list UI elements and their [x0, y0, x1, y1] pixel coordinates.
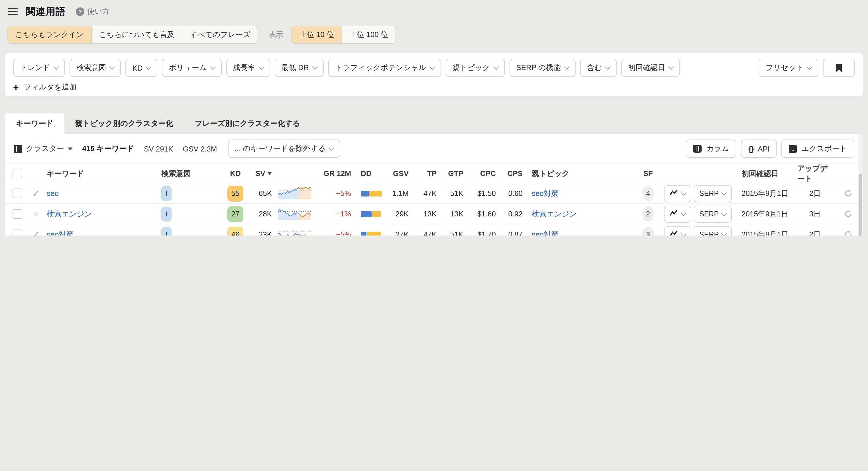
- row-cell-update: 2日: [797, 225, 833, 236]
- filter-button-label: 親トピック: [452, 63, 490, 73]
- row-cell-intent: I: [161, 225, 172, 236]
- filter-button-1[interactable]: 検索意図: [69, 59, 121, 77]
- chevron-down-icon: [564, 64, 570, 70]
- filter-button-0[interactable]: トレンド: [13, 59, 65, 77]
- filter-button-label: KD: [132, 64, 143, 72]
- serp-dropdown[interactable]: SERP: [693, 205, 732, 223]
- mode-tab-1[interactable]: こちらについても言及: [91, 26, 182, 43]
- keyword-link[interactable]: seo: [47, 189, 59, 198]
- col-header-sf[interactable]: SF: [640, 164, 656, 183]
- row-cell-select: [12, 204, 22, 224]
- keyword-link[interactable]: 検索エンジン: [47, 209, 92, 219]
- parent-topic-link[interactable]: 検索エンジン: [532, 209, 577, 219]
- col-header-parent-topic[interactable]: 親トピック: [532, 164, 569, 183]
- serp-dropdown-label: SERP: [699, 189, 719, 197]
- refresh-icon[interactable]: [844, 210, 852, 218]
- col-header-update[interactable]: アップデート: [797, 164, 833, 183]
- add-plus-icon[interactable]: +: [33, 210, 38, 218]
- filter-button-3[interactable]: ボリューム: [162, 59, 221, 77]
- row-cell-add: ✓: [30, 183, 41, 203]
- columns-button[interactable]: カラム: [686, 139, 737, 158]
- row-cell-cps: 0.60: [487, 183, 523, 203]
- table-body: ✓seoI5565K−5%1.1M47K51K$1.500.60seo対策4SE…: [5, 183, 863, 236]
- serp-dropdown[interactable]: SERP: [693, 226, 732, 236]
- add-filter-button[interactable]: + フィルタを追加: [13, 82, 855, 92]
- row-checkbox[interactable]: [12, 230, 22, 236]
- rank-tab-1[interactable]: 上位 100 位: [341, 26, 396, 43]
- col-header-keyword[interactable]: キーワード: [47, 164, 84, 183]
- filter-button-8[interactable]: SERP の機能: [509, 59, 576, 77]
- col-header-gr[interactable]: GR 12M: [316, 164, 351, 183]
- mode-tab-0[interactable]: こちらもランクイン: [8, 26, 91, 43]
- serp-dropdown[interactable]: SERP: [693, 185, 732, 202]
- preset-button[interactable]: プリセット: [759, 59, 818, 77]
- col-header-cps[interactable]: CPS: [487, 164, 523, 183]
- bookmark-button[interactable]: [823, 59, 855, 77]
- intent-badge: I: [161, 186, 172, 201]
- row-checkbox[interactable]: [12, 209, 22, 219]
- filter-button-2[interactable]: KD: [125, 59, 157, 77]
- col-header-kd[interactable]: KD: [226, 164, 245, 183]
- keyword-link[interactable]: seo対策: [47, 229, 73, 236]
- trend-chart-dropdown[interactable]: [664, 185, 691, 202]
- filter-button-label: 含む: [587, 63, 602, 73]
- parent-topic-link[interactable]: seo対策: [532, 188, 559, 199]
- trend-chart-dropdown[interactable]: [664, 226, 691, 236]
- rank-tab-0[interactable]: 上位 10 位: [292, 26, 341, 43]
- table-header-row: キーワード 検索意図 KD SV GR 12M DD GSV TP GTP CP…: [5, 164, 863, 183]
- col-header-intent[interactable]: 検索意図: [161, 164, 191, 183]
- exclude-keywords-dropdown[interactable]: ... のキーワードを除外する: [228, 139, 340, 158]
- columns-icon: [693, 145, 702, 153]
- row-cell-cps: 0.87: [487, 225, 523, 236]
- row-cell-first-seen: 2015年9月1日: [742, 225, 788, 236]
- hamburger-menu-icon[interactable]: [8, 8, 18, 15]
- chevron-down-icon: [329, 145, 335, 150]
- parent-topic-link[interactable]: seo対策: [532, 229, 559, 236]
- sv-total: SV 291K: [144, 144, 173, 153]
- scrollbar-thumb[interactable]: [859, 174, 862, 236]
- col-header-sv[interactable]: SV: [242, 164, 272, 183]
- gsv-total: GSV 2.3M: [183, 144, 217, 153]
- sparkline-chart: [278, 206, 311, 222]
- row-cell-add: ✓: [30, 225, 41, 236]
- row-cell-kd: 55: [226, 183, 245, 203]
- trend-line-icon: [670, 230, 678, 236]
- added-check-icon[interactable]: ✓: [32, 230, 39, 236]
- tab-0[interactable]: キーワード: [5, 113, 64, 134]
- chevron-down-icon: [681, 231, 686, 236]
- table-row: ✓seoI5565K−5%1.1M47K51K$1.500.60seo対策4SE…: [5, 183, 863, 204]
- filter-button-4[interactable]: 成長率: [226, 59, 270, 77]
- row-checkbox[interactable]: [12, 189, 22, 198]
- help-icon: ?: [76, 7, 84, 16]
- select-all-checkbox[interactable]: [12, 169, 22, 178]
- chevron-down-icon: [721, 231, 727, 236]
- chevron-down-icon: [54, 64, 59, 70]
- row-cell-parent-topic: 検索エンジン: [532, 204, 577, 224]
- filter-button-5[interactable]: 最低 DR: [274, 59, 324, 77]
- api-button[interactable]: { } API: [741, 139, 777, 158]
- dd-blue-segment: [361, 232, 367, 236]
- row-cell-add: +: [30, 204, 41, 224]
- filter-button-7[interactable]: 親トピック: [445, 59, 505, 77]
- row-cell-growth: −5%: [316, 183, 351, 203]
- cluster-dropdown[interactable]: クラスター: [14, 143, 72, 154]
- tab-1[interactable]: 親トピック別のクラスター化: [64, 113, 184, 134]
- filter-button-label: 検索意図: [76, 63, 106, 73]
- intent-badge: I: [161, 227, 172, 236]
- added-check-icon[interactable]: ✓: [32, 189, 39, 198]
- sf-badge: 3: [642, 227, 654, 236]
- refresh-icon[interactable]: [844, 230, 852, 236]
- tab-2[interactable]: フレーズ別にクラスター化する: [184, 113, 311, 134]
- refresh-icon[interactable]: [844, 189, 852, 198]
- filter-button-10[interactable]: 初回確認日: [621, 59, 680, 77]
- how-to-use-link[interactable]: ? 使い方: [76, 6, 110, 16]
- mode-tab-2[interactable]: すべてのフレーズ: [182, 26, 258, 43]
- mode-segmented-control: こちらもランクインこちらについても言及すべてのフレーズ: [7, 26, 258, 44]
- trend-chart-dropdown[interactable]: [664, 205, 691, 223]
- col-header-first-seen[interactable]: 初回確認日: [742, 164, 778, 183]
- filter-button-label: トレンド: [20, 63, 50, 73]
- filter-button-6[interactable]: トラフィックポテンシャル: [328, 59, 441, 77]
- row-cell-trend-dropdown: [664, 225, 691, 236]
- filter-button-9[interactable]: 含む: [580, 59, 617, 77]
- export-button[interactable]: ↓ エクスポート: [782, 139, 854, 158]
